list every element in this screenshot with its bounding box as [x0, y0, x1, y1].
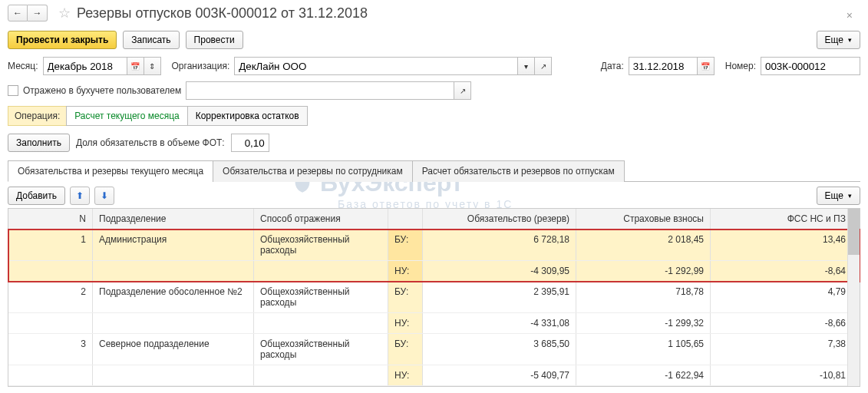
- reflected-checkbox[interactable]: [8, 85, 18, 96]
- tab-calc-reserves[interactable]: Расчет обязательств и резервов по отпуск…: [412, 160, 625, 182]
- back-button[interactable]: ←: [8, 5, 28, 21]
- cell-n: [8, 365, 93, 385]
- cell-method: [254, 261, 388, 281]
- cell-n: 3: [8, 334, 93, 365]
- op-correction[interactable]: Корректировка остатков: [188, 106, 308, 126]
- month-input[interactable]: [43, 57, 127, 75]
- scrollbar-thumb[interactable]: [848, 209, 860, 255]
- col-type: [388, 209, 423, 229]
- cell-acc-type: НУ:: [388, 313, 423, 333]
- cell-obl: 3 685,50: [423, 334, 576, 365]
- cell-dept: Северное подразделение: [93, 334, 254, 365]
- table-row[interactable]: НУ:-4 309,95-1 292,99-8,64: [8, 261, 860, 282]
- cell-fss: 7,38: [711, 334, 853, 365]
- cell-acc-type: НУ:: [388, 365, 423, 385]
- operation-label: Операция:: [8, 106, 66, 126]
- date-input[interactable]: [629, 57, 698, 75]
- star-icon[interactable]: ☆: [58, 5, 71, 21]
- cell-fss: 4,79: [711, 282, 853, 312]
- cell-method: [254, 365, 388, 385]
- cell-dept: Подразделение обосоленное №2: [93, 282, 254, 312]
- ratio-label: Доля обязательств в объеме ФОТ:: [76, 137, 225, 148]
- cell-n: [8, 261, 93, 281]
- cell-method: Общехозяйственный расходы: [254, 334, 388, 365]
- ratio-input[interactable]: [231, 134, 269, 152]
- grid-more-button[interactable]: Еще: [817, 187, 860, 205]
- cell-acc-type: НУ:: [388, 261, 423, 281]
- table-row[interactable]: 1АдминистрацияОбщехозяйственный расходыБ…: [8, 230, 860, 261]
- col-fss[interactable]: ФСС НС и ПЗ: [711, 209, 853, 229]
- move-up-button[interactable]: ⬆: [70, 187, 90, 205]
- table-row[interactable]: 2Подразделение обосоленное №2Общехозяйст…: [8, 282, 860, 313]
- scrollbar[interactable]: [847, 209, 860, 386]
- cell-obl: 6 728,18: [423, 230, 576, 260]
- cell-ins: -1 292,99: [576, 261, 711, 281]
- arrow-down-icon: ⬇: [101, 190, 108, 201]
- open-icon[interactable]: ↗: [535, 57, 552, 75]
- table-row[interactable]: НУ:-4 331,08-1 299,32-8,66: [8, 313, 860, 334]
- tab-by-employees[interactable]: Обязательства и резервы по сотрудникам: [213, 160, 413, 182]
- calendar-icon[interactable]: 📅: [698, 57, 715, 75]
- cell-dept: [93, 365, 254, 385]
- arrow-right-icon: →: [33, 8, 42, 18]
- arrow-up-icon: ⬆: [76, 190, 84, 201]
- cell-ins: -1 299,32: [576, 313, 711, 333]
- cell-n: 1: [8, 230, 93, 260]
- grid: N Подразделение Способ отражения Обязате…: [8, 208, 860, 387]
- cell-obl: -5 409,77: [423, 365, 576, 385]
- org-input[interactable]: [234, 57, 518, 75]
- cell-ins: 718,78: [576, 282, 711, 312]
- calendar-icon[interactable]: 📅: [127, 57, 144, 75]
- cell-fss: 13,46: [711, 230, 853, 260]
- cell-acc-type: БУ:: [388, 282, 423, 312]
- tab-current-month[interactable]: Обязательства и резервы текущего месяца: [8, 160, 213, 182]
- post-and-close-button[interactable]: Провести и закрыть: [8, 31, 117, 49]
- cell-ins: -1 622,94: [576, 365, 711, 385]
- cell-ins: 2 018,45: [576, 230, 711, 260]
- cell-acc-type: БУ:: [388, 334, 423, 365]
- month-label: Месяц:: [8, 61, 38, 71]
- close-icon[interactable]: ×: [847, 9, 853, 21]
- cell-n: 2: [8, 282, 93, 312]
- cell-obl: -4 331,08: [423, 313, 576, 333]
- cell-dept: [93, 261, 254, 281]
- table-row[interactable]: 3Северное подразделениеОбщехозяйственный…: [8, 334, 860, 365]
- nav-group: ← →: [8, 5, 48, 21]
- col-method[interactable]: Способ отражения: [254, 209, 388, 229]
- cell-fss: -10,81: [711, 365, 853, 385]
- org-label: Организация:: [172, 61, 230, 71]
- date-label: Дата:: [601, 61, 624, 71]
- save-button[interactable]: Записать: [123, 31, 179, 49]
- stepper-icon[interactable]: ⇕: [144, 57, 161, 75]
- reflected-input[interactable]: [186, 81, 454, 100]
- cell-ins: 1 105,65: [576, 334, 711, 365]
- number-label: Номер:: [725, 61, 756, 71]
- dropdown-icon[interactable]: ▾: [518, 57, 535, 75]
- cell-method: Общехозяйственный расходы: [254, 282, 388, 312]
- post-button[interactable]: Провести: [186, 31, 243, 49]
- add-button[interactable]: Добавить: [8, 187, 65, 205]
- move-down-button[interactable]: ⬇: [94, 187, 114, 205]
- cell-fss: -8,64: [711, 261, 853, 281]
- cell-dept: Администрация: [93, 230, 254, 260]
- grid-header: N Подразделение Способ отражения Обязате…: [8, 209, 860, 230]
- forward-button[interactable]: →: [28, 5, 48, 21]
- more-button[interactable]: Еще: [817, 31, 860, 49]
- op-current-month[interactable]: Расчет текущего месяца: [66, 106, 187, 126]
- cell-dept: [93, 313, 254, 333]
- cell-n: [8, 313, 93, 333]
- col-n[interactable]: N: [8, 209, 93, 229]
- cell-method: [254, 313, 388, 333]
- col-ins[interactable]: Страховые взносы: [576, 209, 711, 229]
- col-dept[interactable]: Подразделение: [93, 209, 254, 229]
- fill-button[interactable]: Заполнить: [8, 134, 70, 152]
- number-input[interactable]: [761, 57, 860, 75]
- reflected-label: Отражено в бухучете пользователем: [23, 85, 181, 96]
- col-obl[interactable]: Обязательство (резерв): [423, 209, 576, 229]
- open-icon[interactable]: ↗: [454, 81, 471, 100]
- table-row[interactable]: НУ:-5 409,77-1 622,94-10,81: [8, 365, 860, 386]
- cell-acc-type: БУ:: [388, 230, 423, 260]
- cell-obl: 2 395,91: [423, 282, 576, 312]
- cell-obl: -4 309,95: [423, 261, 576, 281]
- cell-fss: -8,66: [711, 313, 853, 333]
